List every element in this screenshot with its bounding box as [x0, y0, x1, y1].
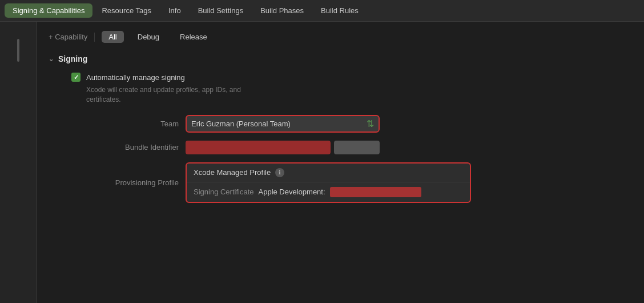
bundle-identifier-control: [186, 141, 633, 154]
prov-sign-box: Xcode Managed Profile ℹ Signing Certific…: [186, 162, 471, 203]
info-icon[interactable]: ℹ: [275, 168, 284, 177]
bundle-id-field2: [334, 141, 380, 154]
auto-sign-checkbox[interactable]: [71, 73, 80, 82]
bundle-id-field[interactable]: [186, 141, 331, 154]
provisioning-profile-combined-row: Xcode Managed Profile ℹ: [187, 164, 470, 182]
tab-signing-capabilities[interactable]: Signing & Capabilities: [5, 3, 92, 18]
prov-profile-row: Provisioning Profile Xcode Managed Profi…: [71, 162, 633, 203]
filter-divider: [94, 33, 95, 42]
provisioning-signing-row: Provisioning Profile Xcode Managed Profi…: [71, 162, 633, 203]
provisioning-profile-value: Xcode Managed Profile: [194, 168, 271, 177]
auto-sign-row: Automatically manage signing: [71, 73, 633, 82]
team-label: Team: [71, 119, 186, 128]
signing-section-header[interactable]: ⌄ Signing: [49, 54, 633, 63]
auto-sign-label: Automatically manage signing: [86, 73, 185, 82]
tab-build-rules[interactable]: Build Rules: [313, 3, 367, 18]
sidebar-strip: [0, 22, 37, 303]
team-select[interactable]: Eric Guzman (Personal Team) ⇅: [186, 115, 380, 133]
prov-sign-columns: Provisioning Profile Xcode Managed Profi…: [71, 162, 633, 203]
scroll-thumb[interactable]: [17, 39, 19, 62]
tab-build-phases[interactable]: Build Phases: [252, 3, 312, 18]
filter-release-button[interactable]: Release: [173, 31, 214, 43]
add-capability-label: + Capability: [49, 33, 87, 41]
bundle-identifier-label: Bundle Identifier: [71, 143, 186, 152]
signing-certificate-inline-label: Signing Certificate: [194, 188, 254, 196]
team-select-value: Eric Guzman (Personal Team): [191, 119, 367, 128]
tab-build-settings[interactable]: Build Settings: [190, 3, 252, 18]
provisioning-profile-label: Provisioning Profile: [71, 178, 186, 187]
team-row: Team Eric Guzman (Personal Team) ⇅: [71, 115, 633, 133]
signing-form-area: Automatically manage signing Xcode will …: [49, 73, 633, 203]
auto-sign-description: Xcode will create and update profiles, a…: [86, 85, 633, 105]
signing-certificate-redacted: [330, 187, 421, 197]
tab-resource-tags[interactable]: Resource Tags: [94, 3, 159, 18]
signing-section: ⌄ Signing Automatically manage signing X…: [49, 54, 633, 203]
filter-all-button[interactable]: All: [102, 31, 123, 43]
tab-info[interactable]: Info: [160, 3, 189, 18]
main-layout: + Capability All Debug Release ⌄ Signing…: [0, 22, 644, 303]
signing-certificate-combined-row: Signing Certificate Apple Development:: [187, 182, 470, 202]
signing-certificate-prefix: Apple Development:: [259, 188, 325, 196]
add-capability-button[interactable]: + Capability: [49, 33, 87, 41]
chevron-down-icon: ⌄: [49, 55, 54, 63]
stepper-icon[interactable]: ⇅: [367, 118, 374, 129]
tab-bar: Signing & Capabilities Resource Tags Inf…: [0, 0, 644, 22]
signing-section-title: Signing: [58, 54, 87, 63]
filter-debug-button[interactable]: Debug: [131, 31, 166, 43]
bundle-identifier-row: Bundle Identifier: [71, 141, 633, 154]
content-area: + Capability All Debug Release ⌄ Signing…: [37, 22, 644, 303]
team-control: Eric Guzman (Personal Team) ⇅: [186, 115, 633, 133]
filter-bar: + Capability All Debug Release: [49, 31, 633, 43]
bundle-id-wrapper: [186, 141, 380, 154]
